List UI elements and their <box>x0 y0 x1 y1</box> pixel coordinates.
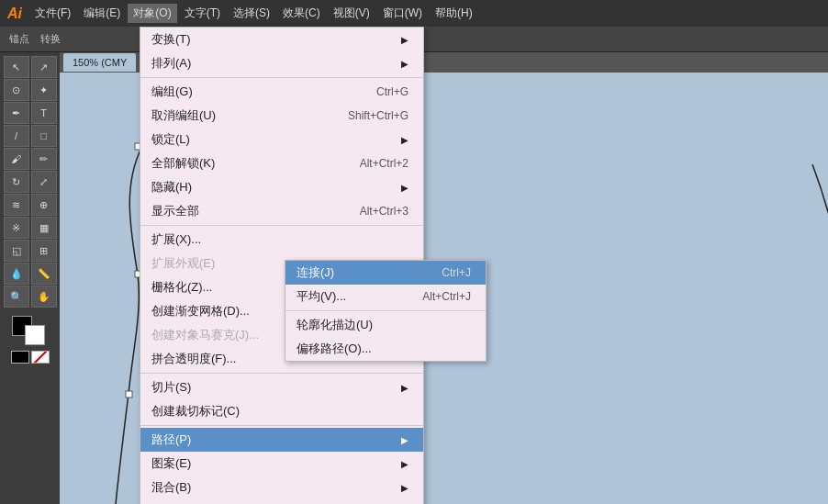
tool-column[interactable]: ▦ <box>31 217 57 239</box>
tool-text[interactable]: T <box>31 102 57 124</box>
menu-item-ungroup[interactable]: 取消编组(U) Shift+Ctrl+G <box>140 104 423 128</box>
svg-rect-2 <box>126 391 132 398</box>
arrow-icon: ▶ <box>401 35 408 45</box>
tool-magic-wand[interactable]: ✦ <box>31 79 57 101</box>
tool-line[interactable]: / <box>4 125 29 147</box>
menu-item-pattern[interactable]: 图案(E) ▶ <box>140 452 423 476</box>
menu-view[interactable]: 视图(V) <box>328 4 375 23</box>
menu-bar: 文件(F) 编辑(E) 对象(O) 文字(T) 选择(S) 效果(C) 视图(V… <box>29 4 478 23</box>
divider-1 <box>140 77 423 78</box>
tool-direct-select[interactable]: ↗ <box>31 56 57 78</box>
tool-select[interactable]: ↖ <box>4 56 29 78</box>
menu-item-envelope-distort[interactable]: 封套扭曲(V) ▶ <box>140 499 423 504</box>
arrow-icon: ▶ <box>401 135 408 145</box>
tool-rect[interactable]: □ <box>31 125 57 147</box>
arrow-icon: ▶ <box>401 483 408 493</box>
submenu-divider-1 <box>285 310 486 311</box>
tool-scale[interactable]: ⤢ <box>31 171 57 193</box>
tool-eyedropper[interactable]: 💧 <box>4 263 29 285</box>
divider-3 <box>140 373 423 374</box>
menu-item-show-all[interactable]: 显示全部 Alt+Ctrl+3 <box>140 199 423 223</box>
menu-item-arrange[interactable]: 排列(A) ▶ <box>140 51 423 75</box>
tool-zoom[interactable]: 🔍 <box>4 286 29 308</box>
menu-item-lock[interactable]: 锁定(L) ▶ <box>140 128 423 151</box>
menu-item-transform[interactable]: 变换(T) ▶ <box>140 28 423 51</box>
menu-item-blend[interactable]: 混合(B) ▶ <box>140 476 423 499</box>
menu-item-expand[interactable]: 扩展(X)... <box>140 228 423 252</box>
tool-symbol[interactable]: ※ <box>4 217 29 239</box>
tool-measure[interactable]: 📏 <box>31 263 57 285</box>
submenu-item-join[interactable]: 连接(J) Ctrl+J <box>285 261 486 285</box>
menu-item-slice[interactable]: 切片(S) ▶ <box>140 375 423 399</box>
menu-item-hide[interactable]: 隐藏(H) ▶ <box>140 175 423 199</box>
fill-none-swatch[interactable] <box>11 351 29 364</box>
arrow-icon: ▶ <box>401 459 408 469</box>
left-panel: ↖ ↗ ⊙ ✦ ✒ T / □ 🖌 ✏ ↻ ⤢ ≋ ⊕ ※ ▦ ◱ ⊞ 💧 📏 … <box>0 52 60 504</box>
tool-rotate[interactable]: ↻ <box>4 171 29 193</box>
toolbar-transform: 转换 <box>37 30 64 48</box>
tool-gradient[interactable]: ◱ <box>4 240 29 262</box>
toolbar-anchor: 锚点 <box>6 30 33 48</box>
app-logo: Ai <box>7 6 22 22</box>
menu-object[interactable]: 对象(O) <box>128 4 176 23</box>
menu-text[interactable]: 文字(T) <box>179 4 226 23</box>
arrow-icon: ▶ <box>401 183 408 193</box>
stroke-none-swatch[interactable] <box>31 351 50 364</box>
menu-file[interactable]: 文件(F) <box>29 4 76 23</box>
background-swatch[interactable] <box>25 325 45 345</box>
tool-pencil[interactable]: ✏ <box>31 148 57 170</box>
menu-help[interactable]: 帮助(H) <box>430 4 478 23</box>
divider-4 <box>140 425 423 426</box>
path-submenu[interactable]: 连接(J) Ctrl+J 平均(V)... Alt+Ctrl+J 轮廓化描边(U… <box>285 260 487 362</box>
menu-item-path[interactable]: 路径(P) ▶ <box>140 428 423 452</box>
divider-2 <box>140 225 423 226</box>
tool-mesh[interactable]: ⊞ <box>31 240 57 262</box>
tool-lasso[interactable]: ⊙ <box>4 79 29 101</box>
menu-effect[interactable]: 效果(C) <box>277 4 326 23</box>
submenu-item-outline-stroke[interactable]: 轮廓化描边(U) <box>285 313 486 337</box>
tool-pen[interactable]: ✒ <box>4 102 29 124</box>
title-bar: Ai 文件(F) 编辑(E) 对象(O) 文字(T) 选择(S) 效果(C) 视… <box>0 0 828 27</box>
menu-item-group[interactable]: 编组(G) Ctrl+G <box>140 80 423 104</box>
menu-item-unlock-all[interactable]: 全部解锁(K) Alt+Ctrl+2 <box>140 151 423 175</box>
tool-hand[interactable]: ✋ <box>31 286 57 308</box>
submenu-item-average[interactable]: 平均(V)... Alt+Ctrl+J <box>285 285 486 308</box>
menu-edit[interactable]: 编辑(E) <box>78 4 126 23</box>
menu-window[interactable]: 窗口(W) <box>377 4 428 23</box>
menu-select[interactable]: 选择(S) <box>228 4 275 23</box>
submenu-item-offset-path[interactable]: 偏移路径(O)... <box>285 337 486 361</box>
arrow-icon: ▶ <box>401 59 408 69</box>
arrow-icon: ▶ <box>401 435 408 445</box>
menu-item-create-slice[interactable]: 创建裁切标记(C) <box>140 399 423 423</box>
tool-blend[interactable]: ⊕ <box>31 194 57 216</box>
arrow-icon: ▶ <box>401 383 408 393</box>
canvas-tab[interactable]: 150% (CMY <box>63 53 136 72</box>
tool-paintbrush[interactable]: 🖌 <box>4 148 29 170</box>
tool-warp[interactable]: ≋ <box>4 194 29 216</box>
